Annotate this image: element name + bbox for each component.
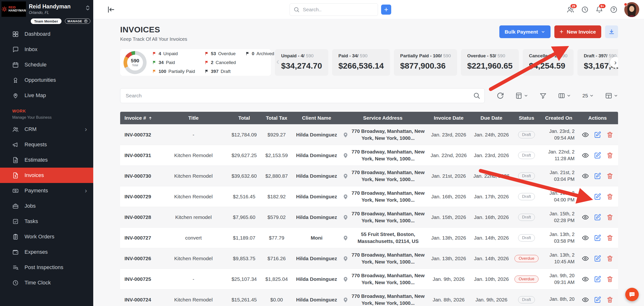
table-row[interactable]: INV-000731 Kitchen Remodel $29,627.25 $2… xyxy=(120,145,618,165)
view-invoice-button[interactable] xyxy=(582,255,589,262)
columns-menu-button[interactable] xyxy=(558,92,571,99)
quick-add-button[interactable]: + xyxy=(381,4,391,15)
summary-card[interactable]: Overdue - 53/590 $221,960.65 xyxy=(461,49,519,76)
view-invoice-button[interactable] xyxy=(582,152,589,159)
view-invoice-button[interactable] xyxy=(582,214,589,221)
edit-invoice-button[interactable] xyxy=(594,296,601,303)
sidebar-item-payments[interactable]: Payments › xyxy=(0,183,93,198)
column-header-total-tax[interactable]: Total Tax xyxy=(258,115,294,121)
sidebar-item-time-clock[interactable]: Time Clock xyxy=(0,275,93,291)
table-row[interactable]: INV-000725 - $25,107.34 $1,825.04 Hilda … xyxy=(120,269,618,289)
table-settings-button[interactable] xyxy=(605,92,618,99)
team-icon[interactable]: 29 xyxy=(566,6,574,13)
company-switcher-icon[interactable] xyxy=(84,1,91,9)
sidebar-item-opportunities[interactable]: Opportunities xyxy=(0,72,93,88)
delete-invoice-button[interactable] xyxy=(606,296,614,303)
collapse-sidebar-icon[interactable] xyxy=(107,5,115,14)
summary-card[interactable]: Paid - 34/590 $266,536.14 xyxy=(332,49,390,76)
view-invoice-button[interactable] xyxy=(582,276,589,283)
download-invoices-button[interactable] xyxy=(605,25,618,38)
column-header-actions: Actions xyxy=(577,115,618,121)
legend-item: 0 Archived xyxy=(246,51,274,56)
work-section-subtitle: Manage Your Business xyxy=(12,115,93,120)
notifications-bell-icon[interactable]: 9+ xyxy=(596,6,603,13)
table-row[interactable]: INV-000724 Kitchen Remodel $15,261.45 $0… xyxy=(120,289,618,306)
invoice-number: INV-000728 xyxy=(120,214,157,220)
edit-invoice-button[interactable] xyxy=(594,152,601,159)
view-invoice-button[interactable] xyxy=(582,131,589,138)
chevron-right-icon: › xyxy=(85,126,87,133)
delete-invoice-button[interactable] xyxy=(606,193,614,200)
sidebar-item-requests[interactable]: Requests xyxy=(0,137,93,152)
column-header-title[interactable]: Title xyxy=(157,115,230,121)
refresh-button[interactable] xyxy=(497,92,504,99)
sidebar-item-inbox[interactable]: Inbox xyxy=(0,42,93,57)
delete-invoice-button[interactable] xyxy=(606,255,614,262)
recent-activity-icon[interactable] xyxy=(581,6,589,13)
delete-invoice-button[interactable] xyxy=(606,214,614,221)
delete-invoice-button[interactable] xyxy=(606,152,614,159)
view-invoice-button[interactable] xyxy=(582,234,589,242)
edit-invoice-button[interactable] xyxy=(594,131,601,138)
sidebar-item-crm[interactable]: CRM › xyxy=(0,122,93,137)
edit-invoice-button[interactable] xyxy=(594,255,601,262)
sidebar-item-schedule[interactable]: Schedule xyxy=(0,57,93,72)
sidebar-item-invoices[interactable]: $ Invoices xyxy=(0,168,93,183)
column-header-due-date[interactable]: Due Date xyxy=(470,115,512,121)
sidebar-item-tasks[interactable]: Tasks xyxy=(0,214,93,229)
column-header-total[interactable]: Total xyxy=(230,115,258,121)
table-row[interactable]: INV-000730 Kitchen Remodel $39,632.60 $2… xyxy=(120,165,618,186)
sidebar-item-dashboard[interactable]: Dashboard xyxy=(0,26,93,42)
table-row[interactable]: INV-000726 Kitchen Remodel $9,853.75 $71… xyxy=(120,248,618,269)
user-avatar[interactable] xyxy=(624,2,639,17)
edit-invoice-button[interactable] xyxy=(594,276,601,283)
column-header-status[interactable]: Status xyxy=(512,115,540,121)
summary-amount: $877,900.36 xyxy=(400,61,451,70)
cards-prev-button[interactable]: ‹ xyxy=(276,57,279,66)
view-invoice-button[interactable] xyxy=(582,296,589,303)
invoice-date: Jan. 8th, 2026 xyxy=(427,297,470,303)
column-header-client[interactable]: Client Name xyxy=(294,115,338,121)
filter-button[interactable] xyxy=(540,92,547,99)
delete-invoice-button[interactable] xyxy=(606,276,614,283)
column-header-invoice-date[interactable]: Invoice Date xyxy=(427,115,470,121)
table-row[interactable]: INV-000732 - $12,784.09 $929.27 Hilda Do… xyxy=(120,124,618,145)
edit-invoice-button[interactable] xyxy=(594,234,601,242)
edit-invoice-button[interactable] xyxy=(594,172,601,180)
view-invoice-button[interactable] xyxy=(582,193,589,200)
table-row[interactable]: INV-000727 convert $1,189.07 $77.79 Moni… xyxy=(120,227,618,248)
sidebar-item-estimates[interactable]: Estimates xyxy=(0,152,93,168)
summary-card[interactable]: Partially Paid - 100/590 $877,900.36 xyxy=(394,49,457,76)
estimates-icon xyxy=(12,157,19,163)
edit-invoice-button[interactable] xyxy=(594,214,601,221)
created-time: 10:45 AM xyxy=(540,259,574,265)
sidebar-item-work-orders[interactable]: Work Orders xyxy=(0,229,93,244)
summary-card[interactable]: Cancelled - 2/590 $4,254.59 xyxy=(523,49,574,76)
sidebar-item-live-map[interactable]: Live Map xyxy=(0,88,93,103)
delete-invoice-button[interactable] xyxy=(606,234,614,242)
table-row[interactable]: INV-000728 Kitchen remodel $7,965.60 $57… xyxy=(120,207,618,227)
summary-card[interactable]: Unpaid - 4/590 $34,274.70 xyxy=(275,49,328,76)
sidebar-item-post-inspections[interactable]: Post Inspections xyxy=(0,260,93,275)
new-invoice-button[interactable]: + New Invoice xyxy=(554,25,601,38)
view-invoice-button[interactable] xyxy=(582,172,589,180)
column-header-address[interactable]: Service Address xyxy=(338,115,427,121)
column-header-created[interactable]: Created On xyxy=(540,115,577,121)
page-size-select[interactable]: 25 xyxy=(582,93,594,99)
sidebar-item-jobs[interactable]: Jobs xyxy=(0,198,93,214)
delete-invoice-button[interactable] xyxy=(606,131,614,138)
column-header-invoice[interactable]: Invoice # xyxy=(120,115,157,121)
help-icon[interactable] xyxy=(610,6,618,13)
global-search-input[interactable] xyxy=(290,3,378,16)
created-date: Jan. 16th, 2 xyxy=(540,190,574,196)
chat-widget-button[interactable] xyxy=(625,288,639,301)
manage-button[interactable]: MANAGE xyxy=(65,18,90,24)
export-menu-button[interactable] xyxy=(515,92,528,99)
table-search-input[interactable] xyxy=(120,88,485,103)
bulk-payment-button[interactable]: Bulk Payment xyxy=(499,25,550,38)
table-row[interactable]: INV-000729 Kitchen Remodel $2,516.45 $18… xyxy=(120,186,618,207)
sidebar-item-expenses[interactable]: Expenses xyxy=(0,244,93,260)
invoice-date: Jan. 13th, 2026 xyxy=(427,235,470,241)
edit-invoice-button[interactable] xyxy=(594,193,601,200)
delete-invoice-button[interactable] xyxy=(606,172,614,180)
